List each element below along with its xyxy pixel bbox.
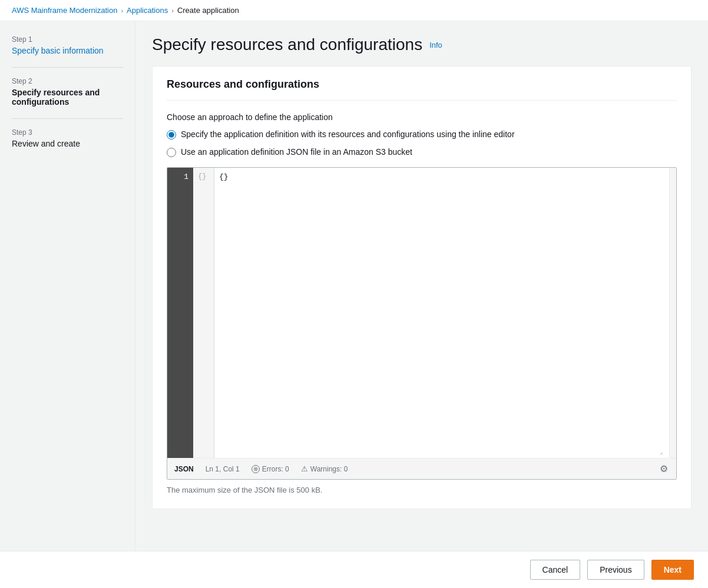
card-title: Resources and configurations bbox=[167, 78, 677, 101]
next-button[interactable]: Next bbox=[651, 560, 694, 580]
breadcrumb-current: Create application bbox=[177, 6, 239, 15]
step-1-label: Step 1 bbox=[12, 35, 123, 44]
editor-textarea[interactable]: {} bbox=[214, 168, 669, 458]
page-title: Specify resources and configurations bbox=[152, 35, 422, 54]
step-2-name: Specify resources and configurations bbox=[12, 88, 123, 107]
breadcrumb-chevron-1: › bbox=[121, 7, 123, 14]
status-language: JSON bbox=[174, 465, 194, 473]
approach-label: Choose an approach to define the applica… bbox=[167, 112, 677, 122]
code-editor-container: 1 {} {} ⌟ JSON bbox=[167, 167, 677, 480]
sidebar: Step 1 Specify basic information Step 2 … bbox=[0, 21, 135, 587]
radio-inline-input[interactable] bbox=[167, 130, 176, 139]
radio-inline-option[interactable]: Specify the application definition with … bbox=[167, 129, 677, 141]
step-divider-2 bbox=[12, 118, 123, 119]
page-title-row: Specify resources and configurations Inf… bbox=[152, 35, 692, 54]
breadcrumb-chevron-2: › bbox=[171, 7, 174, 14]
breadcrumb-applications-link[interactable]: Applications bbox=[127, 6, 168, 15]
step-3-label: Step 3 bbox=[12, 128, 123, 137]
editor-scrollbar[interactable] bbox=[669, 168, 676, 458]
footer: Cancel Previous Next bbox=[0, 551, 708, 588]
editor-gutter: {} bbox=[193, 168, 214, 458]
breadcrumb: AWS Mainframe Modernization › Applicatio… bbox=[0, 0, 708, 21]
radio-s3-label[interactable]: Use an application definition JSON file … bbox=[181, 147, 412, 158]
editor-textarea-wrapper: {} ⌟ bbox=[214, 168, 669, 458]
warnings-label: Warnings: 0 bbox=[310, 465, 348, 473]
step-3-name: Review and create bbox=[12, 139, 123, 148]
warning-icon: ⚠ bbox=[301, 464, 308, 473]
info-link[interactable]: Info bbox=[429, 41, 442, 49]
gutter-row-1: {} bbox=[198, 171, 209, 182]
radio-s3-option[interactable]: Use an application definition JSON file … bbox=[167, 147, 677, 158]
cancel-button[interactable]: Cancel bbox=[530, 560, 581, 580]
sidebar-step-3: Step 3 Review and create bbox=[12, 128, 123, 148]
resize-handle[interactable]: ⌟ bbox=[660, 449, 667, 456]
error-icon: ⊗ bbox=[252, 465, 260, 473]
sidebar-step-2: Step 2 Specify resources and configurati… bbox=[12, 77, 123, 107]
radio-s3-input[interactable] bbox=[167, 148, 176, 157]
radio-inline-label[interactable]: Specify the application definition with … bbox=[181, 129, 515, 141]
gear-icon: ⚙ bbox=[660, 463, 668, 474]
line-numbers: 1 bbox=[167, 168, 193, 458]
main-content: Specify resources and configurations Inf… bbox=[135, 21, 708, 587]
editor-main: 1 {} {} ⌟ bbox=[167, 168, 676, 458]
previous-button[interactable]: Previous bbox=[587, 560, 644, 580]
sidebar-step-1: Step 1 Specify basic information bbox=[12, 35, 123, 55]
step-2-label: Step 2 bbox=[12, 77, 123, 85]
editor-status-bar: JSON Ln 1, Col 1 ⊗ Errors: 0 ⚠ Warnings:… bbox=[167, 458, 676, 479]
layout: Step 1 Specify basic information Step 2 … bbox=[0, 21, 708, 587]
step-divider-1 bbox=[12, 67, 123, 68]
line-number-1: 1 bbox=[172, 171, 188, 183]
resources-card: Resources and configurations Choose an a… bbox=[152, 66, 692, 509]
status-warnings: ⚠ Warnings: 0 bbox=[301, 464, 348, 473]
editor-settings-button[interactable]: ⚙ bbox=[659, 462, 669, 476]
status-left: JSON Ln 1, Col 1 ⊗ Errors: 0 ⚠ Warnings:… bbox=[174, 464, 348, 473]
status-errors: ⊗ Errors: 0 bbox=[252, 465, 289, 473]
step-1-name: Specify basic information bbox=[12, 46, 123, 55]
max-size-note: The maximum size of the JSON file is 500… bbox=[167, 486, 677, 494]
errors-label: Errors: 0 bbox=[262, 465, 289, 473]
status-position: Ln 1, Col 1 bbox=[206, 465, 240, 473]
step-1-link[interactable]: Specify basic information bbox=[12, 46, 104, 55]
breadcrumb-service-link[interactable]: AWS Mainframe Modernization bbox=[12, 6, 117, 15]
